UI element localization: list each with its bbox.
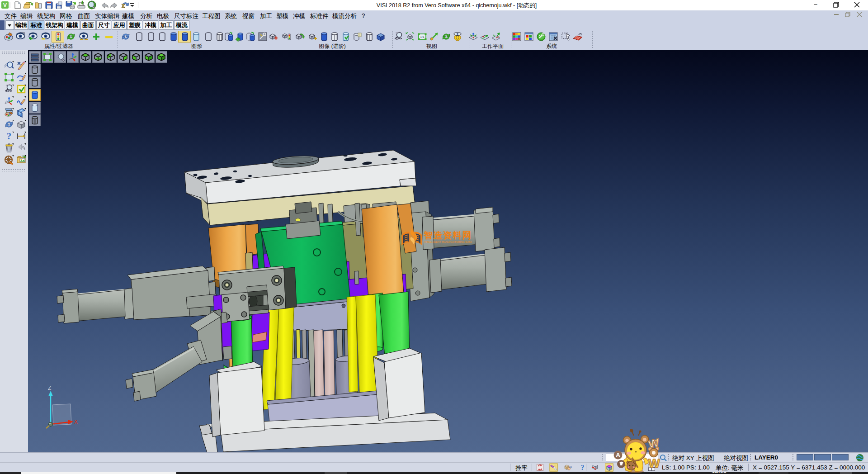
svg-text:1:1: 1:1	[420, 35, 425, 38]
svg-text:?: ?	[581, 464, 585, 471]
svg-text:A: A	[616, 451, 620, 459]
svg-text:Z: Z	[48, 385, 51, 391]
svg-text:X: X	[74, 419, 78, 425]
svg-text:INTELLIGENT MANUFACTURING DATA: INTELLIGENT MANUFACTURING DATA	[424, 241, 472, 243]
svg-text:智造资料网: 智造资料网	[423, 230, 472, 240]
svg-text:V: V	[3, 2, 7, 9]
svg-text:?: ?	[7, 131, 12, 142]
svg-text:10: 10	[569, 465, 572, 468]
svg-text:W: W	[648, 457, 660, 470]
